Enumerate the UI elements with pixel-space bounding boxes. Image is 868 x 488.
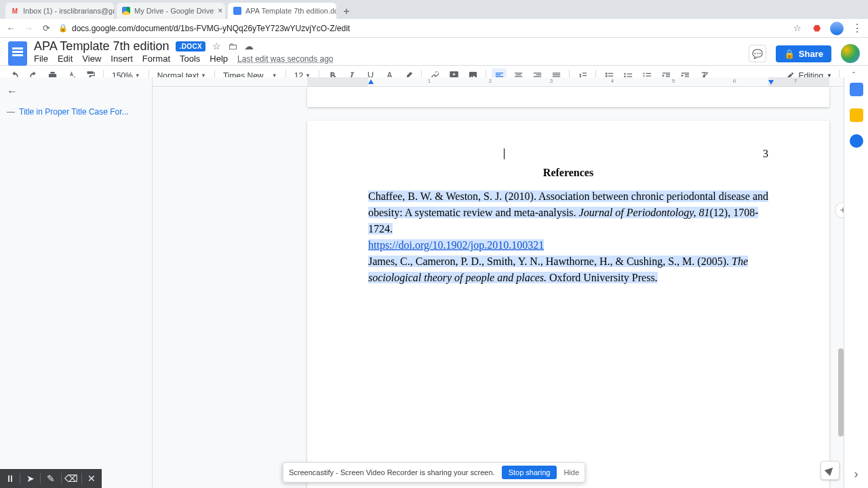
extension-icon[interactable]: ⬣ — [811, 23, 822, 34]
references-heading: References — [368, 167, 768, 179]
doi-link[interactable]: https://doi.org/10.1902/jop.2010.100321 — [368, 239, 544, 251]
menu-tools[interactable]: Tools — [180, 54, 200, 64]
reference-entry-2[interactable]: James, C., Cameron, P. D., Smith, Y. N.,… — [368, 253, 768, 286]
menu-edit[interactable]: Edit — [58, 54, 73, 64]
screenshare-message: Screencastify - Screen Video Recorder is… — [289, 468, 495, 476]
address-bar: ← → ⟳ 🔒 docs.google.com/document/d/1bs-F… — [0, 19, 868, 38]
eraser-icon[interactable]: ⌫ — [61, 473, 81, 484]
drive-icon — [122, 7, 130, 15]
hide-button[interactable]: Hide — [564, 468, 579, 476]
browser-tab-docs[interactable]: APA Template 7th edition.doc × — [228, 3, 336, 19]
menu-format[interactable]: Format — [142, 54, 170, 64]
menu-help[interactable]: Help — [210, 54, 228, 64]
reload-icon[interactable]: ⟳ — [41, 23, 52, 34]
tasks-icon[interactable] — [850, 134, 863, 148]
outline-item-label: Title in Proper Title Case For... — [19, 107, 129, 117]
page-number: 3 — [763, 148, 768, 160]
docs-header: APA Template 7th edition .DOCX ☆ 🗀 ☁ Fil… — [0, 38, 868, 66]
outline-back-icon[interactable]: ← — [7, 85, 145, 98]
docs-icon — [233, 7, 241, 15]
browser-tab-gmail[interactable]: M Inbox (1) - irsclibrarians@gma × — [5, 3, 114, 19]
tab-label: My Drive - Google Drive — [134, 7, 214, 15]
new-tab-button[interactable]: + — [339, 4, 354, 19]
add-comment-button[interactable]: ＋ — [835, 202, 844, 218]
side-panel-expand-icon[interactable]: › — [854, 467, 859, 481]
cloud-icon[interactable]: ☁ — [244, 41, 254, 52]
text-cursor — [504, 148, 505, 159]
browser-tab-strip: M Inbox (1) - irsclibrarians@gma × My Dr… — [0, 0, 868, 19]
document-title[interactable]: APA Template 7th edition — [34, 39, 169, 54]
url-text: docs.google.com/document/d/1bs-FVMG-yNQq… — [72, 24, 350, 33]
lock-icon: 🔒 — [58, 24, 68, 33]
browser-tab-drive[interactable]: My Drive - Google Drive × — [117, 3, 225, 19]
cursor-icon[interactable]: ➤ — [20, 473, 40, 484]
chrome-menu-icon[interactable]: ⋮ — [852, 22, 863, 35]
side-panel: › — [844, 77, 868, 488]
url-field[interactable]: 🔒 docs.google.com/document/d/1bs-FVMG-yN… — [58, 24, 785, 33]
calendar-icon[interactable] — [850, 83, 863, 96]
workspace: ← — Title in Proper Title Case For... 1 … — [0, 77, 868, 488]
move-icon[interactable]: 🗀 — [228, 41, 237, 52]
keep-icon[interactable] — [850, 108, 863, 122]
document-canvas[interactable]: 1 2 3 4 5 6 7 3 References Chaffee, B. W… — [153, 77, 844, 488]
pause-icon[interactable]: ⏸ — [0, 473, 20, 484]
profile-avatar[interactable] — [830, 22, 844, 35]
stop-sharing-button[interactable]: Stop sharing — [502, 466, 557, 479]
lock-icon: 🔒 — [784, 49, 795, 59]
reference-entry-1[interactable]: Chaffee, B. W. & Weston, S. J. (2010). A… — [368, 188, 768, 253]
outline-item[interactable]: — Title in Proper Title Case For... — [7, 107, 145, 117]
share-label: Share — [799, 49, 823, 59]
scrollbar-thumb[interactable] — [838, 348, 844, 436]
tab-label: Inbox (1) - irsclibrarians@gma — [23, 7, 114, 15]
menu-file[interactable]: File — [34, 54, 48, 64]
last-edit-text[interactable]: Last edit was seconds ago — [237, 54, 333, 64]
menu-view[interactable]: View — [82, 54, 101, 64]
docx-badge: .DOCX — [176, 41, 205, 52]
nav-back-icon[interactable]: ← — [5, 23, 16, 34]
star-icon[interactable]: ☆ — [212, 41, 221, 52]
outline-pane: ← — Title in Proper Title Case For... — [0, 77, 153, 488]
previous-page-edge — [307, 87, 829, 107]
horizontal-ruler[interactable]: 1 2 3 4 5 6 7 — [153, 77, 844, 87]
menu-insert[interactable]: Insert — [111, 54, 133, 64]
screenshare-notice: Screencastify - Screen Video Recorder is… — [283, 462, 585, 483]
vertical-ruler[interactable] — [153, 87, 159, 488]
close-icon[interactable]: × — [218, 6, 222, 16]
tab-label: APA Template 7th edition.doc — [245, 7, 336, 15]
screencastify-toolbar: ⏸ ➤ ✎ ⌫ ✕ — [0, 469, 102, 488]
star-icon[interactable]: ☆ — [792, 23, 803, 34]
pen-icon[interactable]: ✎ — [40, 473, 60, 484]
close-icon[interactable]: ✕ — [81, 473, 102, 484]
outline-bullet-icon: — — [7, 107, 15, 117]
share-button[interactable]: 🔒 Share — [776, 45, 831, 62]
account-avatar[interactable] — [841, 44, 860, 63]
document-page[interactable]: 3 References Chaffee, B. W. & Weston, S.… — [307, 121, 829, 488]
comment-history-icon[interactable]: 💬 — [749, 45, 766, 62]
docs-logo-icon[interactable] — [8, 41, 27, 66]
explore-button[interactable] — [821, 461, 840, 480]
nav-forward-icon: → — [23, 23, 34, 34]
gmail-icon: M — [11, 7, 19, 15]
